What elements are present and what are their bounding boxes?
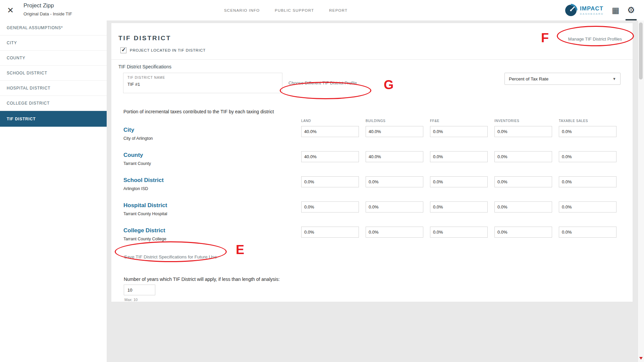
sidebar-item-general-assumptions[interactable]: GENERAL ASSUMPTIONS* (0, 20, 107, 36)
years-max-note: Max: 10 (124, 298, 633, 302)
table-row-school-district: School District Arlington ISD (123, 176, 633, 201)
tif-name-label: TIF DISTRICT NAME (127, 76, 278, 79)
column-header-taxable-sales: TAXABLE SALES (559, 119, 623, 126)
table-row-college-district: College District Tarrant County College (123, 227, 633, 252)
tax-rate-value: Percent of Tax Rate (509, 76, 548, 81)
sidebar-item-school-district[interactable]: SCHOOL DISTRICT (0, 66, 107, 81)
app-header: ✕ Project Zipp Original Data - Inside TI… (0, 0, 644, 20)
sidebar-item-tif-district[interactable]: TIF DISTRICT (0, 111, 107, 127)
district-row-subtitle: Arlington ISD (123, 186, 301, 191)
county-buildings-input[interactable] (366, 151, 423, 162)
scroll-down-icon[interactable] (639, 357, 643, 360)
school-ffe-input[interactable] (430, 176, 488, 187)
scrollbar-thumb[interactable] (639, 22, 643, 79)
table-header-row: LAND BUILDINGS FF&E INVENTORIES TAXABLE … (123, 119, 633, 126)
sidebar-item-college-district[interactable]: COLLEGE DISTRICT (0, 96, 107, 111)
located-in-tif-row: ✓ PROJECT LOCATED IN TIF DISTRICT (120, 47, 633, 53)
column-header-ffe: FF&E (430, 119, 494, 126)
city-land-input[interactable] (301, 126, 359, 137)
district-row-title[interactable]: College District (123, 227, 301, 234)
district-row-title[interactable]: County (123, 152, 301, 159)
table-row-city: City City of Arlington (123, 126, 633, 151)
city-ffe-input[interactable] (430, 126, 488, 137)
hospital-buildings-input[interactable] (366, 201, 423, 213)
county-ffe-input[interactable] (430, 151, 488, 162)
hospital-ffe-input[interactable] (430, 201, 488, 213)
spec-section-title: TIF District Specifications (118, 64, 633, 69)
sidebar-item-city[interactable]: CITY (0, 36, 107, 51)
district-row-subtitle: Tarrant County (123, 161, 301, 166)
close-icon[interactable]: ✕ (5, 5, 16, 16)
settings-tab[interactable]: ⚙ (626, 0, 637, 20)
district-row-title[interactable]: School District (123, 177, 301, 184)
logo-subtitle: DASHBOARD (580, 12, 604, 15)
tif-name-row: TIF DISTRICT NAME Choose Different TIF D… (123, 73, 621, 93)
table-row-hospital-district: Hospital District Tarrant County Hospita… (123, 201, 633, 227)
school-taxable-sales-input[interactable] (559, 176, 616, 187)
tif-name-field: TIF DISTRICT NAME (123, 73, 282, 93)
years-label: Number of years which TIF District will … (124, 277, 633, 282)
tif-district-card: TIF DISTRICT Manage TIF District Profile… (111, 23, 633, 302)
city-inventories-input[interactable] (494, 126, 552, 137)
section-divider (111, 59, 633, 60)
district-row-title[interactable]: City (123, 127, 301, 133)
school-inventories-input[interactable] (494, 176, 552, 187)
sidebar-nav: GENERAL ASSUMPTIONS* CITY COUNTY SCHOOL … (0, 20, 107, 362)
choose-tif-profile-link[interactable]: Choose Different TIF District Profile (288, 80, 357, 85)
page-title: TIF DISTRICT (118, 35, 633, 42)
located-in-tif-label: PROJECT LOCATED IN TIF DISTRICT (130, 48, 206, 52)
gear-icon: ⚙ (627, 5, 635, 15)
college-taxable-sales-input[interactable] (559, 227, 616, 238)
years-input[interactable] (124, 285, 155, 295)
table-row-county: County Tarrant County (123, 151, 633, 176)
hospital-taxable-sales-input[interactable] (559, 201, 616, 213)
column-header-inventories: INVENTORIES (494, 119, 559, 126)
manage-tif-profiles-link[interactable]: Manage TIF District Profiles (568, 37, 622, 42)
district-row-subtitle: Tarrant County Hospital (123, 212, 301, 216)
scenario-subtitle: Original Data - Inside TIF (23, 11, 72, 16)
district-row-subtitle: Tarrant County College (123, 237, 301, 241)
column-header-land: LAND (301, 119, 366, 126)
chevron-down-icon: ▼ (612, 77, 616, 81)
column-header-buildings: BUILDINGS (366, 119, 430, 126)
sidebar-item-county[interactable]: COUNTY (0, 51, 107, 66)
college-ffe-input[interactable] (430, 227, 488, 238)
content-region: TIF DISTRICT Manage TIF District Profile… (107, 20, 638, 362)
save-tif-specs-link[interactable]: Save TIF District Specifications for Fut… (124, 254, 217, 259)
tab-report[interactable]: REPORT (329, 8, 347, 12)
city-taxable-sales-input[interactable] (559, 126, 616, 137)
impact-logo-icon (564, 4, 578, 17)
logo-text: IMPACT DASHBOARD (580, 5, 604, 15)
tab-scenario-info[interactable]: SCENARIO INFO (224, 8, 260, 12)
tax-rate-dropdown[interactable]: Percent of Tax Rate ▼ (504, 73, 621, 85)
impact-logo: IMPACT DASHBOARD (564, 4, 604, 17)
school-land-input[interactable] (301, 176, 359, 187)
city-buildings-input[interactable] (366, 126, 423, 137)
tab-public-support[interactable]: PUBLIC SUPPORT (275, 8, 314, 12)
county-taxable-sales-input[interactable] (559, 151, 616, 162)
hospital-inventories-input[interactable] (494, 201, 552, 213)
college-land-input[interactable] (301, 227, 359, 238)
school-buildings-input[interactable] (366, 176, 423, 187)
project-title: Project Zipp (23, 2, 72, 9)
project-title-block: Project Zipp Original Data - Inside TIF (23, 2, 72, 16)
hospital-land-input[interactable] (301, 201, 359, 213)
logo-title: IMPACT (580, 5, 604, 12)
portion-caption: Portion of incremental taxes contributed… (123, 109, 633, 114)
page-scrollbar[interactable] (638, 20, 644, 362)
county-inventories-input[interactable] (494, 151, 552, 162)
sidebar-item-hospital-district[interactable]: HOSPITAL DISTRICT (0, 81, 107, 96)
located-in-tif-checkbox[interactable]: ✓ (120, 47, 126, 53)
tif-name-input[interactable] (127, 82, 278, 87)
district-row-title[interactable]: Hospital District (123, 202, 301, 209)
college-buildings-input[interactable] (366, 227, 423, 238)
header-tabs: SCENARIO INFO PUBLIC SUPPORT REPORT (224, 0, 347, 20)
college-inventories-input[interactable] (494, 227, 552, 238)
check-icon: ✓ (121, 47, 126, 53)
county-land-input[interactable] (301, 151, 359, 162)
header-right: IMPACT DASHBOARD ▦ ⚙ (564, 0, 637, 20)
grid-icon[interactable]: ▦ (612, 6, 620, 14)
district-row-subtitle: City of Arlington (123, 136, 301, 141)
